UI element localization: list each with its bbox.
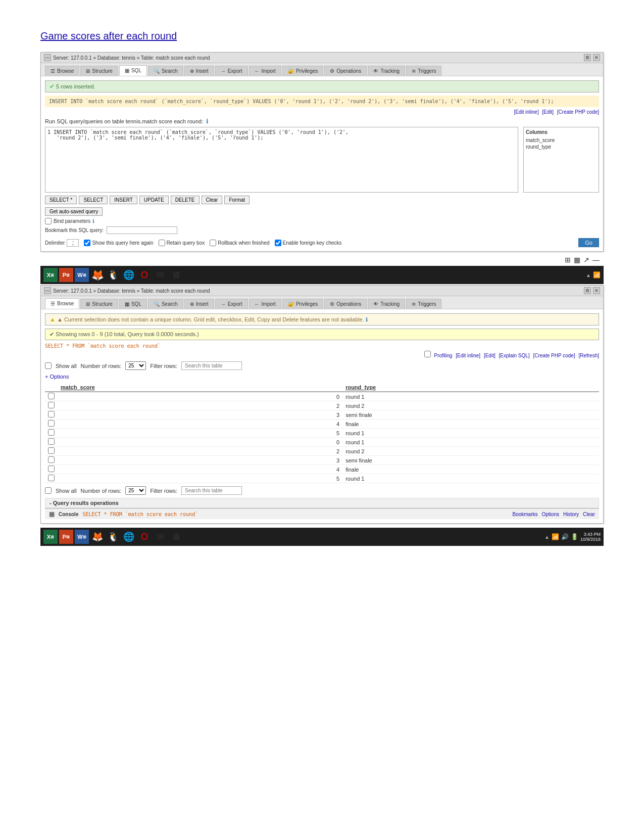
rows-select[interactable]: 25 50 100 (125, 361, 146, 370)
list-icon-1[interactable]: ▦ (574, 256, 580, 264)
filter-input-bottom[interactable] (181, 486, 242, 495)
bind-params-checkbox[interactable] (45, 218, 52, 224)
foreign-keys-checkbox[interactable] (275, 240, 281, 246)
row-checkbox[interactable] (48, 393, 55, 399)
tab-export-1[interactable]: → Export (215, 66, 248, 76)
rows-select-bottom[interactable]: 25 50 100 (125, 486, 146, 495)
tab-browse-2[interactable]: ☰ Browse (45, 298, 79, 309)
phpmyadmin-taskbar-icon-2[interactable]: 🖥 (169, 530, 183, 544)
tab-privileges-2[interactable]: 🔐 Privileges (282, 299, 323, 309)
bookmark-input[interactable] (107, 226, 177, 234)
export-footer-icon[interactable]: ↗ (583, 256, 589, 264)
update-btn[interactable]: UPDATE (139, 196, 169, 204)
taskbar-network-icon-2[interactable]: 📶 (552, 533, 559, 540)
row-checkbox[interactable] (48, 420, 55, 427)
tab-structure-1[interactable]: ⊞ Structure (80, 66, 118, 76)
tab-triggers-2[interactable]: ≋ Triggers (406, 299, 441, 309)
window-maximize-btn[interactable]: ✕ (593, 54, 600, 61)
word-taskbar-icon[interactable]: W⊞ (75, 268, 89, 282)
chrome-taskbar-icon-2[interactable]: 🌐 (122, 530, 136, 544)
show-again-checkbox[interactable] (84, 240, 90, 246)
edit-link-2[interactable]: [Edit] (484, 353, 496, 358)
taskbar-battery-icon[interactable]: 🔋 (571, 533, 578, 540)
go-btn[interactable]: Go (578, 238, 599, 247)
edit-inline-link[interactable]: [Edit inline] (514, 109, 539, 115)
tab-sql-2[interactable]: ▦ SQL (119, 299, 147, 309)
select-btn[interactable]: SELECT (79, 196, 108, 204)
window-close-btn[interactable]: — (44, 54, 51, 61)
taskbar-volume-icon[interactable]: 🔊 (561, 533, 569, 540)
window2-close-x-btn[interactable]: ✕ (593, 287, 600, 294)
clear-console-link[interactable]: Clear (583, 512, 595, 517)
create-php-link-2[interactable]: [Create PHP code] (533, 353, 575, 358)
row-checkbox[interactable] (48, 429, 55, 436)
tab-insert-2[interactable]: ⊕ Insert (184, 299, 214, 309)
email-taskbar-icon-2[interactable]: ✉ (153, 530, 167, 544)
row-checkbox[interactable] (48, 466, 55, 472)
tab-search-1[interactable]: 🔍 Search (148, 66, 183, 76)
firefox-taskbar-icon-2[interactable]: 🦊 (90, 530, 105, 544)
options-link[interactable]: + Options (45, 374, 69, 380)
opera-taskbar-icon-2[interactable]: O (137, 530, 152, 544)
th-round-type[interactable]: round_type (342, 383, 599, 392)
column-match-score[interactable]: match_score (526, 137, 597, 144)
tab-export-2[interactable]: → Export (215, 299, 248, 309)
tab-search-2[interactable]: 🔍 Search (148, 299, 183, 309)
penguin-taskbar-icon[interactable]: 🐧 (106, 268, 120, 282)
filter-input[interactable] (181, 361, 242, 370)
row-checkbox[interactable] (48, 411, 55, 418)
minus-icon[interactable]: — (592, 256, 600, 264)
chrome-taskbar-icon[interactable]: 🌐 (122, 268, 136, 282)
refresh-link[interactable]: [Refresh] (578, 353, 599, 358)
row-checkbox[interactable] (48, 402, 55, 408)
format-btn[interactable]: Format (224, 196, 250, 204)
clear-btn[interactable]: Clear (202, 196, 223, 204)
taskbar-network-icon[interactable]: 📶 (593, 271, 601, 279)
tab-tracking-1[interactable]: 👁 Tracking (368, 66, 405, 76)
window2-settings-btn[interactable]: ⚙ (584, 287, 591, 294)
explain-sql-link[interactable]: [Explain SQL] (499, 353, 530, 358)
profiling-checkbox[interactable] (424, 351, 431, 357)
tab-operations-2[interactable]: ⚙ Operations (324, 299, 367, 309)
tab-browse-1[interactable]: ☰ Browse (45, 66, 79, 76)
app5-taskbar-icon-2[interactable]: 🐧 (106, 530, 120, 544)
word-taskbar-icon-2[interactable]: W⊞ (75, 530, 89, 544)
tab-sql-1[interactable]: ▦ SQL (119, 65, 147, 76)
powerpoint-taskbar-icon[interactable]: P⊞ (59, 268, 73, 282)
row-checkbox[interactable] (48, 438, 55, 445)
retain-box-checkbox[interactable] (159, 240, 165, 246)
get-auto-saved-btn[interactable]: Get auto-saved query (45, 207, 103, 216)
excel-taskbar-icon[interactable]: X⊞ (43, 268, 58, 282)
sql-textarea[interactable]: 1 INSERT INTO `match score each round` (… (45, 127, 518, 193)
insert-btn[interactable]: INSERT (110, 196, 137, 204)
query-results-bar[interactable]: - Query results operations (45, 498, 599, 508)
grid-icon-1[interactable]: ⊞ (565, 256, 571, 264)
row-checkbox[interactable] (48, 475, 55, 481)
bookmarks-link[interactable]: Bookmarks (512, 512, 537, 517)
opera-taskbar-icon[interactable]: O (137, 268, 152, 282)
tab-import-1[interactable]: ← Import (249, 66, 281, 76)
email-taskbar-icon[interactable]: ✉ (153, 268, 167, 282)
show-all-checkbox[interactable] (45, 362, 52, 369)
firefox-taskbar-icon[interactable]: 🦊 (90, 268, 105, 282)
column-round-type[interactable]: round_type (526, 144, 597, 150)
rollback-checkbox[interactable] (210, 240, 216, 246)
window2-close-btn[interactable]: — (44, 287, 51, 294)
taskbar-arrow-up[interactable]: ▲ (586, 272, 591, 278)
taskbar-arrow-up-2[interactable]: ▲ (544, 534, 550, 540)
edit-inline-link-2[interactable]: [Edit inline] (456, 353, 480, 358)
tab-import-2[interactable]: ← Import (249, 299, 281, 309)
excel-taskbar-icon-2[interactable]: X⊞ (43, 530, 58, 544)
row-checkbox[interactable] (48, 456, 55, 463)
th-match-score[interactable]: match_score (58, 383, 342, 392)
history-link[interactable]: History (563, 512, 579, 517)
edit-link[interactable]: [Edit] (542, 109, 554, 115)
profiling-link[interactable]: Profiling (434, 353, 452, 358)
row-checkbox[interactable] (48, 447, 55, 454)
tab-structure-2[interactable]: ⊞ Structure (80, 299, 118, 309)
delimiter-input[interactable] (67, 239, 79, 247)
tab-tracking-2[interactable]: 👁 Tracking (368, 299, 405, 309)
window-minimize-btn[interactable]: ⚙ (584, 54, 591, 61)
create-php-link[interactable]: [Create PHP code] (557, 109, 599, 115)
powerpoint-taskbar-icon-2[interactable]: P⊞ (59, 530, 73, 544)
